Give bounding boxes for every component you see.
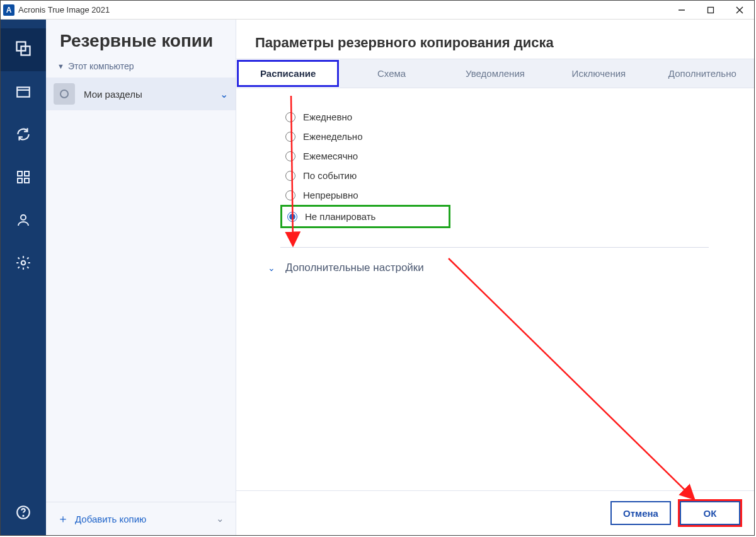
nav-help[interactable]: [1, 492, 46, 535]
svg-rect-1: [708, 7, 714, 13]
add-backup-button[interactable]: ＋ Добавить копию ⌄: [46, 502, 236, 535]
tab-notifications-label: Уведомления: [466, 68, 525, 79]
minimize-button[interactable]: [667, 1, 696, 20]
radio-weekly-label: Еженедельно: [303, 131, 362, 142]
ok-button[interactable]: ОК: [680, 501, 740, 525]
backup-copies-icon: [14, 40, 32, 60]
close-button[interactable]: [725, 1, 754, 20]
radio-monthly-label: Ежемесячно: [303, 151, 358, 161]
tab-schedule-label: Расписание: [260, 68, 316, 79]
options-tabs: Расписание Схема Уведомления Исключения …: [236, 59, 754, 88]
disk-icon: [54, 83, 75, 105]
options-content: Параметры резервного копирования диска Р…: [236, 20, 754, 535]
tab-notifications[interactable]: Уведомления: [444, 59, 547, 88]
chevron-down-icon: ⌄: [268, 263, 275, 273]
side-nav-rail: [1, 20, 46, 535]
svg-rect-11: [25, 178, 29, 183]
options-heading: Параметры резервного копирования диска: [236, 20, 754, 59]
radio-daily-label: Ежедневно: [303, 112, 352, 122]
add-backup-label: Добавить копию: [75, 514, 146, 524]
radio-weekly[interactable]: Еженедельно: [280, 127, 723, 146]
svg-rect-6: [17, 88, 30, 97]
options-footer: Отмена ОК: [236, 490, 754, 535]
gear-icon: [15, 255, 32, 274]
tab-advanced[interactable]: Дополнительно: [651, 59, 754, 88]
svg-point-12: [21, 215, 26, 220]
maximize-button[interactable]: [696, 1, 725, 20]
app-icon: A: [3, 4, 14, 16]
nav-sync[interactable]: [1, 114, 46, 157]
svg-rect-8: [18, 171, 22, 176]
svg-rect-10: [18, 178, 22, 183]
tab-exclusions[interactable]: Исключения: [547, 59, 650, 88]
radio-nonstop[interactable]: Непрерывно: [280, 185, 723, 205]
radio-on-event[interactable]: По событию: [280, 166, 723, 185]
radio-monthly[interactable]: Ежемесячно: [280, 146, 723, 166]
radio-on-event-label: По событию: [303, 170, 357, 181]
nav-dashboard[interactable]: [1, 157, 46, 200]
backup-item-my-partitions[interactable]: Мои разделы ⌄: [46, 78, 236, 110]
tab-exclusions-label: Исключения: [572, 68, 626, 79]
backup-section-title: Резервные копии: [46, 20, 236, 57]
advanced-settings-expander[interactable]: ⌄ Дополнительные настройки: [268, 262, 723, 274]
backup-group-label: Этот компьютер: [68, 61, 134, 71]
radio-none-label: Не планировать: [305, 211, 375, 222]
svg-point-15: [23, 515, 24, 516]
cancel-button-label: Отмена: [623, 508, 658, 519]
nav-backup[interactable]: [1, 28, 46, 71]
plus-icon: ＋: [57, 511, 69, 526]
schedule-panel: Ежедневно Еженедельно Ежемесячно По собы…: [236, 88, 754, 490]
ok-button-label: ОК: [704, 508, 717, 519]
nav-archive[interactable]: [1, 71, 46, 114]
backup-item-label: Мои разделы: [84, 89, 220, 100]
caret-down-icon: ▼: [57, 62, 64, 70]
schedule-radio-group: Ежедневно Еженедельно Ежемесячно По собы…: [280, 107, 723, 228]
window-titlebar: A Acronis True Image 2021: [1, 1, 754, 20]
radio-daily[interactable]: Ежедневно: [280, 107, 723, 127]
advanced-settings-label: Дополнительные настройки: [285, 262, 424, 274]
grid-icon: [16, 170, 31, 187]
archive-icon: [15, 83, 32, 102]
tab-scheme[interactable]: Схема: [340, 59, 443, 88]
sync-icon: [15, 126, 32, 145]
chevron-down-icon: ⌄: [216, 513, 224, 524]
chevron-down-icon: ⌄: [220, 88, 228, 100]
nav-settings[interactable]: [1, 243, 46, 286]
divider: [280, 247, 709, 248]
nav-account[interactable]: [1, 200, 46, 243]
account-icon: [16, 212, 31, 230]
backup-list-column: Резервные копии ▼ Этот компьютер Мои раз…: [46, 20, 236, 535]
window-title: Acronis True Image 2021: [18, 5, 110, 14]
tab-advanced-label: Дополнительно: [668, 68, 736, 79]
svg-point-13: [21, 261, 26, 265]
backup-group-this-computer[interactable]: ▼ Этот компьютер: [46, 57, 236, 75]
tab-schedule[interactable]: Расписание: [236, 59, 340, 88]
radio-none[interactable]: Не планировать: [280, 205, 450, 228]
help-icon: [15, 504, 32, 523]
tab-scheme-label: Схема: [377, 68, 406, 79]
cancel-button[interactable]: Отмена: [610, 501, 671, 525]
radio-nonstop-label: Непрерывно: [303, 190, 358, 200]
svg-rect-9: [25, 171, 29, 176]
